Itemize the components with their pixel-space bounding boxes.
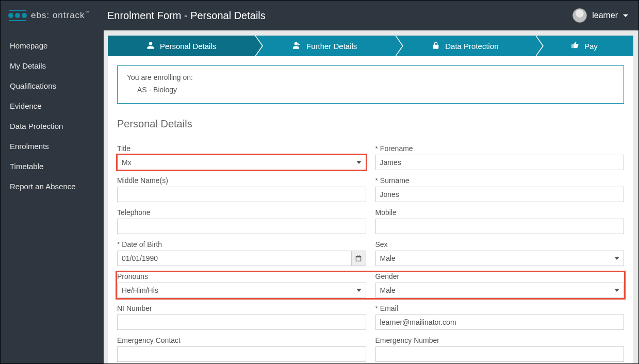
- wizard-step-label: Personal Details: [160, 42, 216, 51]
- field-mobile: Mobile: [375, 208, 625, 234]
- label-dob: * Date of Birth: [117, 240, 366, 249]
- enrolment-info-box: You are enrolling on: AS - Biology: [117, 65, 624, 104]
- chevron-down-icon: [623, 14, 628, 17]
- user-icon: [146, 41, 155, 51]
- sidebar-item-enrolments[interactable]: Enrolments: [1, 136, 104, 156]
- sidebar-item-qualifications[interactable]: Qualifications: [1, 76, 104, 96]
- emergency-number-input[interactable]: [375, 346, 625, 362]
- email-input[interactable]: [375, 315, 625, 330]
- sidebar-item-label: Evidence: [10, 102, 42, 110]
- wizard-step-pay[interactable]: Pay: [535, 36, 633, 56]
- thumbs-up-icon: [571, 41, 579, 51]
- surname-input[interactable]: [375, 187, 625, 202]
- calendar-button[interactable]: [351, 251, 366, 266]
- sidebar-item-homepage[interactable]: Homepage: [1, 36, 104, 56]
- logo-text: ebs: ontrack™: [31, 10, 90, 21]
- sidebar-item-evidence[interactable]: Evidence: [1, 96, 104, 116]
- field-middle-names: Middle Name(s): [117, 176, 366, 202]
- field-emergency-contact: Emergency Contact: [117, 336, 366, 362]
- sidebar-item-report-absence[interactable]: Report an Absence: [1, 176, 104, 196]
- wizard-step-label: Data Protection: [445, 42, 498, 51]
- field-gender: Gender Male: [375, 272, 625, 298]
- sidebar: Homepage My Details Qualifications Evide…: [1, 30, 104, 363]
- wizard-step-label: Pay: [584, 42, 598, 51]
- logo-icon: [8, 10, 27, 21]
- sidebar-item-timetable[interactable]: Timetable: [1, 156, 104, 176]
- form-grid: Title Mx * Forename Middle Name(s): [117, 144, 624, 362]
- sidebar-item-label: Enrolments: [10, 142, 49, 151]
- label-title: Title: [117, 144, 366, 153]
- section-heading: Personal Details: [117, 118, 624, 130]
- label-surname: * Surname: [375, 176, 625, 185]
- sidebar-item-my-details[interactable]: My Details: [1, 56, 104, 76]
- field-telephone: Telephone: [117, 208, 366, 234]
- label-email: * Email: [375, 304, 625, 312]
- label-emergency-contact: Emergency Contact: [117, 336, 366, 344]
- field-ni-number: NI Number: [117, 304, 366, 330]
- content-card: Personal Details Further Details Data Pr…: [108, 36, 633, 363]
- dob-input[interactable]: [117, 251, 366, 266]
- highlighted-pronoun-gender-row: Pronouns He/Him/His Gender Male: [117, 272, 624, 298]
- label-emergency-number: Emergency Number: [375, 336, 625, 344]
- label-middle-names: Middle Name(s): [117, 176, 366, 185]
- sidebar-item-label: Report an Absence: [10, 182, 76, 191]
- sidebar-item-label: Qualifications: [10, 81, 56, 90]
- field-title: Title Mx: [117, 144, 366, 170]
- label-ni-number: NI Number: [117, 304, 366, 312]
- wizard-step-further-details[interactable]: Further Details: [255, 36, 395, 56]
- sidebar-item-label: Homepage: [10, 41, 47, 50]
- sidebar-item-data-protection[interactable]: Data Protection: [1, 116, 104, 136]
- label-mobile: Mobile: [375, 208, 625, 217]
- sidebar-item-label: My Details: [10, 61, 46, 70]
- field-email: * Email: [375, 304, 625, 330]
- telephone-input[interactable]: [117, 219, 366, 234]
- topbar: ebs: ontrack™ Enrolment Form - Personal …: [1, 1, 638, 30]
- user-menu[interactable]: learner: [572, 8, 628, 23]
- info-course: AS - Biology: [137, 86, 614, 94]
- main-panel[interactable]: Personal Details Further Details Data Pr…: [104, 30, 638, 363]
- field-forename: * Forename: [375, 144, 625, 170]
- info-intro: You are enrolling on:: [127, 73, 614, 81]
- wizard-step-label: Further Details: [306, 42, 357, 51]
- wizard-step-personal-details[interactable]: Personal Details: [108, 36, 255, 56]
- title-select[interactable]: Mx: [117, 155, 366, 170]
- sex-select[interactable]: Male: [375, 251, 625, 266]
- wizard-step-data-protection[interactable]: Data Protection: [395, 36, 535, 56]
- middle-names-input[interactable]: [117, 187, 366, 202]
- field-dob: * Date of Birth: [117, 240, 366, 266]
- label-gender: Gender: [375, 272, 625, 280]
- emergency-contact-input[interactable]: [117, 346, 366, 362]
- field-emergency-number: Emergency Number: [375, 336, 625, 362]
- logo[interactable]: ebs: ontrack™: [8, 10, 102, 21]
- field-sex: Sex Male: [375, 240, 625, 266]
- pronouns-select[interactable]: He/Him/His: [117, 283, 366, 298]
- field-pronouns: Pronouns He/Him/His: [117, 272, 366, 298]
- calendar-icon: [355, 255, 362, 262]
- label-sex: Sex: [375, 240, 625, 249]
- page-title: Enrolment Form - Personal Details: [107, 10, 572, 22]
- user-plus-icon: [293, 41, 301, 51]
- avatar: [572, 8, 587, 23]
- ni-number-input[interactable]: [117, 315, 366, 330]
- mobile-input[interactable]: [375, 219, 625, 234]
- wizard: Personal Details Further Details Data Pr…: [108, 36, 633, 56]
- forename-input[interactable]: [375, 155, 625, 170]
- label-pronouns: Pronouns: [117, 272, 366, 280]
- user-label: learner: [592, 11, 618, 20]
- label-forename: * Forename: [375, 144, 625, 153]
- sidebar-item-label: Timetable: [10, 162, 43, 171]
- lock-icon: [432, 41, 440, 51]
- gender-select[interactable]: Male: [375, 283, 625, 298]
- sidebar-item-label: Data Protection: [10, 122, 63, 130]
- label-telephone: Telephone: [117, 208, 366, 217]
- field-surname: * Surname: [375, 176, 625, 202]
